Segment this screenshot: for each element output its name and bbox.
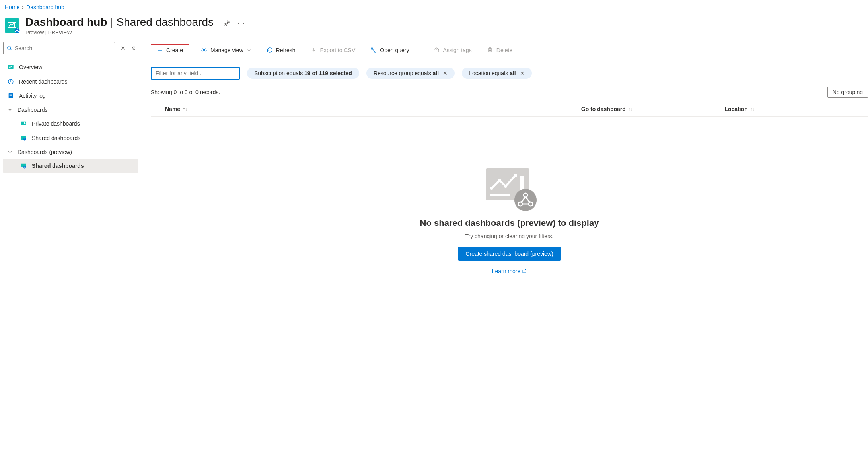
sidebar-item-label: Shared dashboards	[32, 135, 80, 141]
tag-icon	[433, 47, 440, 53]
sidebar: ✕ Overview Recent dashboards Activity lo…	[0, 42, 141, 290]
external-link-icon	[522, 269, 527, 274]
delete-button: Delete	[484, 45, 516, 55]
close-icon[interactable]: ✕	[443, 70, 448, 76]
create-button[interactable]: Create	[151, 44, 189, 56]
svg-point-42	[498, 179, 501, 182]
grouping-dropdown[interactable]: No grouping	[827, 87, 868, 98]
sidebar-item-label: Activity log	[19, 93, 46, 99]
search-icon	[7, 45, 12, 51]
sort-icon: ↑↓	[628, 106, 633, 112]
svg-point-21	[25, 138, 25, 139]
sort-icon: ↑↓	[183, 106, 187, 112]
svg-rect-15	[10, 97, 11, 97]
main-content: Create Manage view Refresh Export to CSV…	[141, 42, 868, 290]
sidebar-item-label: Overview	[19, 64, 42, 70]
svg-point-31	[203, 49, 205, 51]
empty-dashboard-icon	[482, 164, 537, 213]
column-header-goto[interactable]: Go to dashboard↑↓	[581, 106, 725, 112]
log-icon	[7, 92, 14, 99]
dashboard-hub-icon	[5, 18, 19, 33]
table-header: Name↑↓ Go to dashboard↑↓ Location↑↓	[151, 102, 868, 117]
svg-rect-46	[490, 194, 510, 196]
svg-line-36	[373, 49, 375, 51]
svg-rect-18	[25, 123, 25, 124]
learn-more-link[interactable]: Learn more	[492, 268, 527, 274]
assign-tags-button: Assign tags	[430, 45, 475, 55]
empty-subtitle: Try changing or clearing your filters.	[465, 233, 553, 239]
chevron-right-icon: ›	[22, 4, 24, 10]
svg-point-3	[16, 30, 18, 32]
sidebar-item-activity-log[interactable]: Activity log	[3, 89, 138, 103]
svg-point-27	[24, 167, 24, 168]
sidebar-group-dashboards[interactable]: Dashboards	[3, 103, 138, 117]
clear-search-icon[interactable]: ✕	[121, 45, 125, 51]
svg-point-20	[23, 138, 26, 141]
svg-point-37	[436, 49, 437, 49]
sidebar-item-label: Recent dashboards	[19, 78, 67, 85]
sidebar-item-private-dashboards[interactable]: Private dashboards	[3, 117, 138, 131]
create-shared-dashboard-button[interactable]: Create shared dashboard (preview)	[458, 247, 560, 261]
preview-label: Preview | PREVIEW	[25, 29, 214, 35]
record-count: Showing 0 to 0 of 0 records.	[151, 89, 220, 95]
svg-point-6	[15, 31, 16, 32]
refresh-icon	[267, 47, 273, 53]
close-icon[interactable]: ✕	[520, 70, 525, 76]
download-icon	[311, 47, 317, 53]
plus-icon	[157, 47, 163, 53]
sidebar-item-overview[interactable]: Overview	[3, 60, 138, 74]
svg-line-9	[10, 49, 12, 50]
trash-icon	[487, 47, 493, 53]
chevron-down-icon	[7, 149, 13, 155]
svg-point-44	[514, 174, 517, 177]
sidebar-item-label: Shared dashboards	[32, 163, 84, 169]
filter-input[interactable]	[151, 67, 240, 80]
sidebar-item-recent[interactable]: Recent dashboards	[3, 74, 138, 89]
manage-view-button[interactable]: Manage view	[198, 45, 255, 55]
svg-point-25	[23, 166, 26, 169]
gear-icon	[201, 47, 207, 53]
sidebar-item-shared-dashboards-preview[interactable]: Shared dashboards	[3, 159, 138, 173]
clock-icon	[7, 78, 14, 85]
collapse-sidebar-icon[interactable]	[131, 45, 136, 51]
svg-rect-17	[24, 122, 25, 124]
toolbar: Create Manage view Refresh Export to CSV…	[151, 42, 868, 61]
filter-pill-location[interactable]: Location equals all ✕	[462, 68, 532, 79]
svg-point-41	[490, 187, 493, 190]
chevron-down-icon	[247, 48, 251, 52]
shared-dashboard-icon	[20, 134, 27, 142]
pin-icon[interactable]	[223, 19, 230, 28]
svg-point-43	[504, 185, 507, 188]
breadcrumb-current-link[interactable]: Dashboard hub	[26, 4, 64, 10]
svg-line-54	[524, 270, 526, 272]
svg-point-8	[8, 46, 11, 49]
search-input[interactable]	[15, 45, 111, 51]
column-header-name[interactable]: Name↑↓	[151, 106, 581, 112]
filter-row: Subscription equals 19 of 119 selected R…	[151, 61, 868, 85]
shared-dashboard-icon	[20, 162, 27, 169]
refresh-button[interactable]: Refresh	[263, 45, 299, 55]
sidebar-group-label: Dashboards (preview)	[18, 149, 72, 155]
query-icon	[370, 47, 377, 53]
svg-point-23	[25, 140, 25, 140]
svg-rect-1	[14, 24, 15, 26]
svg-point-47	[514, 189, 537, 211]
toolbar-separator	[421, 46, 421, 54]
more-icon[interactable]: ⋯	[237, 19, 245, 28]
sidebar-item-shared-dashboards[interactable]: Shared dashboards	[3, 131, 138, 145]
empty-state: No shared dashboards (preview) to displa…	[151, 117, 868, 290]
breadcrumb-home-link[interactable]: Home	[5, 4, 19, 10]
filter-pill-resource-group[interactable]: Resource group equals all ✕	[366, 68, 455, 79]
filter-pill-subscription[interactable]: Subscription equals 19 of 119 selected	[247, 68, 359, 79]
svg-rect-13	[10, 95, 12, 95]
sort-icon: ↑↓	[750, 106, 755, 112]
open-query-button[interactable]: Open query	[367, 45, 412, 55]
column-header-location[interactable]: Location↑↓	[724, 106, 868, 112]
svg-point-4	[17, 28, 18, 29]
svg-point-5	[18, 31, 19, 32]
chevron-down-icon	[7, 107, 13, 113]
sidebar-group-dashboards-preview[interactable]: Dashboards (preview)	[3, 145, 138, 159]
overview-icon	[7, 64, 14, 71]
breadcrumb: Home › Dashboard hub	[0, 0, 868, 14]
search-box[interactable]	[3, 42, 115, 54]
